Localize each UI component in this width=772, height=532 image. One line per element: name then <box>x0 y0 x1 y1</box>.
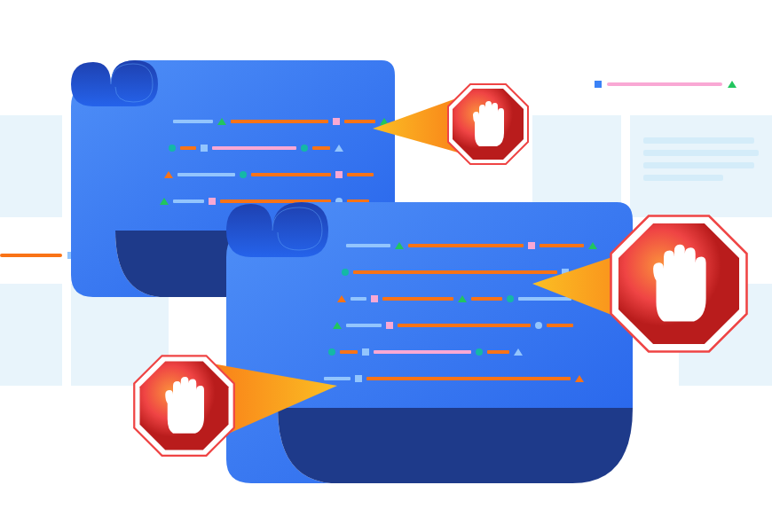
bg-panel <box>0 115 62 217</box>
stop-sign-icon <box>129 350 240 465</box>
stop-sign-icon <box>444 80 532 172</box>
bg-panel <box>0 284 62 386</box>
text-lines-panel <box>643 137 772 200</box>
stop-sign-icon <box>603 208 754 363</box>
decorative-line-top <box>595 80 772 89</box>
